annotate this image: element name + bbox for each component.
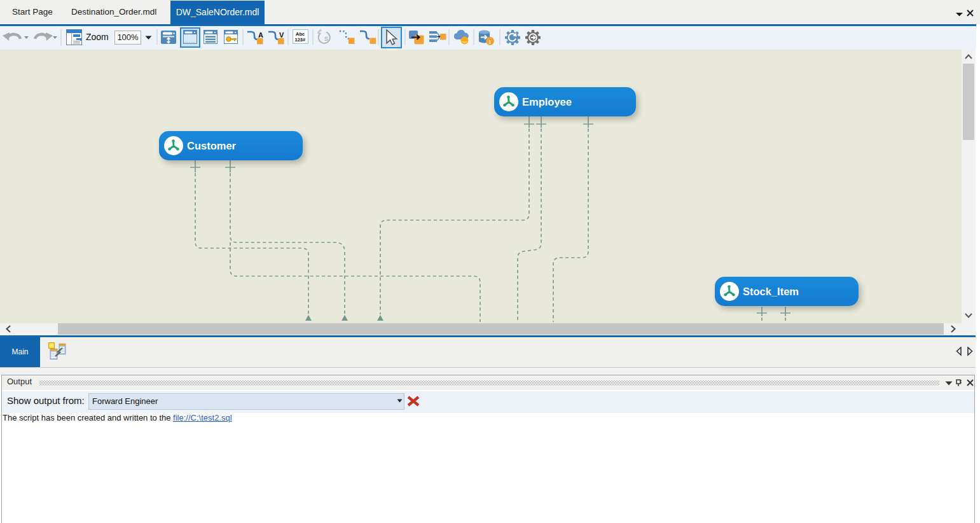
svg-text:123#: 123# [295,37,307,43]
svg-text:S: S [324,36,328,42]
svg-text:A: A [258,31,263,39]
svg-text:Abc: Abc [296,31,305,37]
svg-text:V: V [279,31,284,39]
svg-text:!: ! [489,38,491,45]
